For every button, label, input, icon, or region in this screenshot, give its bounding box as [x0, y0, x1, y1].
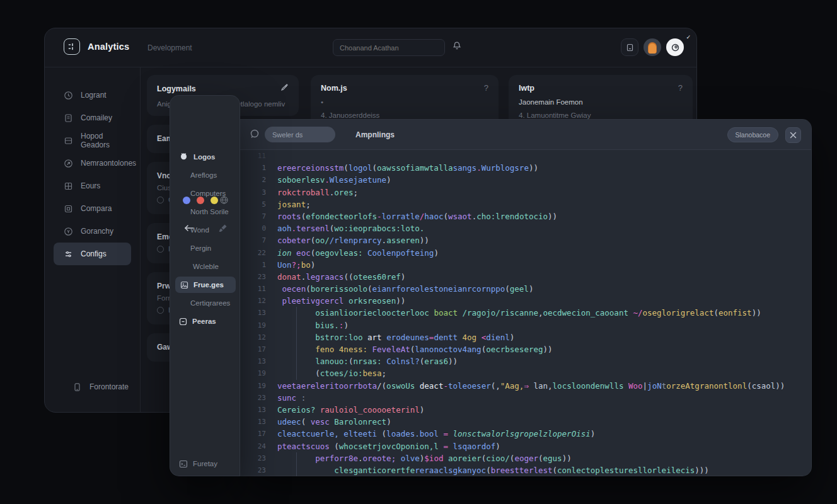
- line-number: 13: [240, 355, 266, 367]
- sidebar-item-label: Forontorate: [89, 382, 129, 391]
- modal-sidebar-item-label: Furetay: [193, 460, 217, 467]
- modal-sidebar-item-label: Computers: [190, 190, 226, 197]
- editor-search-input[interactable]: [265, 127, 335, 142]
- sidebar-item-forontorate[interactable]: Forontorate: [62, 375, 122, 398]
- editor-modal-main-panel: Ampnlings Slanobacoe 111ereerceionsstm(l…: [240, 120, 811, 476]
- edit-pen-icon[interactable]: [280, 83, 289, 94]
- sidebar-item-compara[interactable]: Compara: [54, 197, 131, 220]
- modal-sidebar-item-wcleble[interactable]: Wcleble: [170, 258, 240, 275]
- line-number: 19: [240, 367, 266, 379]
- modal-sidebar-item-label: North Sorile: [190, 208, 229, 215]
- code-line: 12 pleetivgcercl orksreosen)): [240, 295, 811, 307]
- account-avatar[interactable]: ✓: [666, 38, 684, 56]
- modal-sidebar-item-pergin[interactable]: Pergin: [170, 240, 240, 256]
- code-line: 0aoh.tersenl(wo:ieoprabocs:loto.: [240, 222, 811, 234]
- modal-sidebar-item-label: Areflogs: [190, 171, 217, 179]
- line-number: 2: [240, 174, 266, 186]
- modal-sidebar-item-label: Logos: [193, 153, 216, 161]
- sidebar-item-nemraontolones[interactable]: Nemraontolones: [54, 152, 131, 175]
- sidebar-item-configs[interactable]: Configs: [54, 243, 131, 265]
- status-circle-icon: [157, 246, 164, 253]
- sidebar-item-logrant[interactable]: Logrant: [54, 84, 131, 106]
- sidebar-item-label: Hopod Geadors: [81, 132, 131, 149]
- code-line: 24pteactscuos (whocsetrjovcOponion,l = l…: [240, 440, 811, 452]
- card-line: •: [321, 98, 488, 106]
- modal-sidebar-item-label: Pergin: [190, 244, 211, 252]
- brand: Analytics: [64, 38, 129, 55]
- filter-label[interactable]: Ampnlings: [355, 130, 395, 139]
- editor-toolbar: Ampnlings Slanobacoe: [240, 120, 811, 150]
- code-line: 1ereerceionsstm(logol(oawssofiamwtallasa…: [240, 162, 811, 174]
- terminal-icon: [179, 460, 188, 468]
- line-number: 3: [240, 186, 266, 198]
- line-number: 12: [240, 295, 266, 307]
- clock-icon: [64, 91, 73, 100]
- line-number: 23: [240, 271, 266, 283]
- code-line: 13udeec( vesc Barolonrect): [240, 416, 811, 428]
- line-number: 13: [240, 416, 266, 428]
- document-button[interactable]: [621, 38, 638, 56]
- code-line: 5josant;: [240, 198, 811, 210]
- action-button[interactable]: Slanobacoe: [727, 127, 778, 142]
- modal-sidebar-item-frue-ges[interactable]: Frue.ges: [175, 277, 236, 293]
- line-number: 23: [240, 464, 266, 476]
- cat-icon: [179, 152, 188, 161]
- code-line: 13Cereios? rauloiol_cooooeterinl): [240, 404, 811, 416]
- global-search-input[interactable]: [333, 39, 445, 56]
- modal-sidebar-item-areflogs[interactable]: Areflogs: [170, 167, 240, 183]
- sidebar-item-eours[interactable]: Eours: [54, 175, 131, 197]
- sidebar-item-label: Compara: [81, 204, 112, 213]
- modal-sidebar-item-label: Frue.ges: [193, 281, 224, 289]
- line-number: 22: [240, 247, 266, 259]
- card-line: Jaonemain Foemon: [519, 98, 683, 106]
- modal-sidebar-item-label: Wcleble: [193, 263, 219, 270]
- notifications-bell-icon[interactable]: [452, 41, 462, 54]
- help-icon: ?: [484, 83, 488, 93]
- modal-sidebar-item-logos[interactable]: Logos: [170, 149, 240, 165]
- line-number: 17: [240, 428, 266, 440]
- sidebar-item-goranchy[interactable]: Goranchy: [54, 220, 131, 243]
- analytics-logo-icon: [64, 38, 80, 55]
- target-icon: [64, 159, 73, 168]
- modal-sidebar-item-wond[interactable]: Wond: [170, 222, 240, 238]
- modal-sidebar-item-certiqrarees[interactable]: Certiqrarees: [170, 295, 240, 311]
- indent-guide: [296, 452, 297, 476]
- doc-icon: [64, 113, 73, 123]
- card-title: Logymails: [157, 84, 196, 93]
- line-number: 11: [240, 283, 266, 295]
- code-line: 13 osianliooriecloocterlooc boact /ragoj…: [240, 307, 811, 319]
- line-number: 24: [240, 440, 266, 452]
- sidebar-item-comailey[interactable]: Comailey: [54, 106, 131, 129]
- sidebar-item-label: Nemraontolones: [81, 159, 136, 168]
- status-circle-icon: [157, 307, 164, 314]
- modal-sidebar-item-north-sorile[interactable]: North Sorile: [170, 203, 240, 220]
- modal-sidebar-item-furetay[interactable]: Furetay: [170, 455, 240, 472]
- line-number: 7: [240, 234, 266, 246]
- code-line: 12 bstror:loo art erodeunes=dentt 4og <d…: [240, 331, 811, 343]
- code-line: 17cleactcuerle, elteeti (loades.bool = l…: [240, 428, 811, 440]
- code-line: 11 oecen(borerissoolo(eianrforeolestonei…: [240, 283, 811, 295]
- line-number: 0: [240, 222, 266, 234]
- sidebar-item-hopod-geadors[interactable]: Hopod Geadors: [54, 129, 131, 152]
- user-avatar[interactable]: [644, 38, 661, 56]
- code-line: 23sunc :: [240, 392, 811, 404]
- box-icon: [64, 204, 73, 214]
- code-editor[interactable]: 111ereerceionsstm(logol(oawssofiamwtalla…: [240, 150, 811, 476]
- code-line: 13 lanouo:(nrsas: Colnsl?(eras6)): [240, 355, 811, 367]
- line-number: 17: [240, 343, 266, 355]
- help-icon: ?: [678, 83, 683, 93]
- line-number: 12: [240, 331, 266, 343]
- line-number: 23: [240, 452, 266, 464]
- sidebar-item-label: Goranchy: [81, 227, 113, 236]
- modal-sidebar-item-computers[interactable]: Computers: [170, 185, 240, 202]
- modal-sidebar-item-label: Certiqrarees: [190, 299, 230, 307]
- avatar-figure: [649, 43, 656, 54]
- card-title: Nom.js: [321, 84, 347, 93]
- server-icon: [64, 136, 73, 146]
- modal-sidebar-item-peeras[interactable]: Peeras: [170, 313, 240, 329]
- app-title: Analytics: [88, 42, 129, 52]
- indent-guide: [296, 307, 297, 380]
- close-icon[interactable]: [785, 127, 801, 143]
- line-number: 23: [240, 392, 266, 404]
- sidebar-item-label: Logrant: [81, 91, 107, 100]
